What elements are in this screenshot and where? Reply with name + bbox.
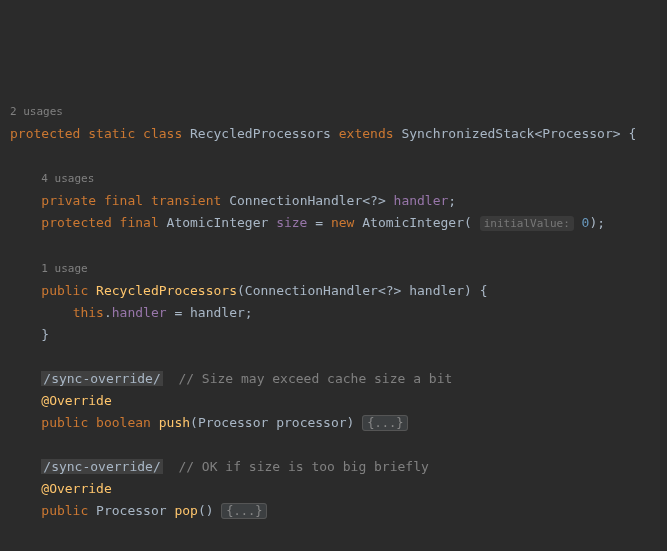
class-name[interactable]: RecycledProcessors xyxy=(190,126,331,141)
param-type[interactable]: Processor xyxy=(198,415,268,430)
dot: . xyxy=(104,305,112,320)
comment: // OK if size is too big briefly xyxy=(178,459,428,474)
semicolon: ; xyxy=(245,305,253,320)
brace-open: > { xyxy=(613,126,636,141)
constructor-call[interactable]: AtomicInteger xyxy=(362,215,464,230)
keyword-new: new xyxy=(331,215,354,230)
equals: = xyxy=(315,215,323,230)
paren-close: ) xyxy=(347,415,355,430)
fold-indicator[interactable]: {...} xyxy=(362,415,408,431)
paren-open: ( xyxy=(198,503,206,518)
paren-open: ( xyxy=(190,415,198,430)
keyword-final: final xyxy=(120,215,159,230)
method-pop[interactable]: pop xyxy=(174,503,197,518)
field-type[interactable]: AtomicInteger xyxy=(167,215,269,230)
annotation-override[interactable]: @Override xyxy=(41,393,111,408)
keyword-static: static xyxy=(88,126,135,141)
paren-close: ); xyxy=(589,215,605,230)
keyword-class: class xyxy=(143,126,182,141)
usages-hint[interactable]: 1 usage xyxy=(41,262,87,275)
parameter-hint[interactable]: initialValue: xyxy=(480,216,574,231)
paren-open: ( xyxy=(464,215,472,230)
keyword-protected: protected xyxy=(10,126,80,141)
generic-type[interactable]: Processor xyxy=(542,126,612,141)
return-type: boolean xyxy=(96,415,151,430)
param-type[interactable]: ConnectionHandler<?> xyxy=(245,283,402,298)
field-size[interactable]: size xyxy=(276,215,307,230)
keyword-public: public xyxy=(41,415,88,430)
constructor-name[interactable]: RecycledProcessors xyxy=(96,283,237,298)
sync-override-tag[interactable]: /sync-override/ xyxy=(41,459,162,474)
paren-close: ) xyxy=(206,503,214,518)
paren-close: ) { xyxy=(464,283,487,298)
method-push[interactable]: push xyxy=(159,415,190,430)
keyword-public: public xyxy=(41,503,88,518)
keyword-private: private xyxy=(41,193,96,208)
semicolon: ; xyxy=(448,193,456,208)
keyword-this: this xyxy=(73,305,104,320)
field-type[interactable]: ConnectionHandler<?> xyxy=(229,193,386,208)
usages-hint[interactable]: 4 usages xyxy=(41,172,94,185)
keyword-public: public xyxy=(41,283,88,298)
equals: = xyxy=(167,305,190,320)
param-name: handler xyxy=(409,283,464,298)
keyword-extends: extends xyxy=(339,126,394,141)
field-ref[interactable]: handler xyxy=(112,305,167,320)
field-handler[interactable]: handler xyxy=(394,193,449,208)
return-type[interactable]: Processor xyxy=(96,503,166,518)
comment: // Size may exceed cache size a bit xyxy=(178,371,452,386)
code-editor: 2 usages protected static class Recycled… xyxy=(0,88,667,551)
usages-hint[interactable]: 2 usages xyxy=(10,105,63,118)
keyword-final: final xyxy=(104,193,143,208)
sync-override-tag[interactable]: /sync-override/ xyxy=(41,371,162,386)
brace-close: } xyxy=(41,327,49,342)
keyword-transient: transient xyxy=(151,193,221,208)
param-ref[interactable]: handler xyxy=(190,305,245,320)
paren-open: ( xyxy=(237,283,245,298)
fold-indicator[interactable]: {...} xyxy=(221,503,267,519)
param-name: processor xyxy=(276,415,346,430)
annotation-override[interactable]: @Override xyxy=(41,481,111,496)
keyword-protected: protected xyxy=(41,215,111,230)
super-type[interactable]: SynchronizedStack< xyxy=(401,126,542,141)
